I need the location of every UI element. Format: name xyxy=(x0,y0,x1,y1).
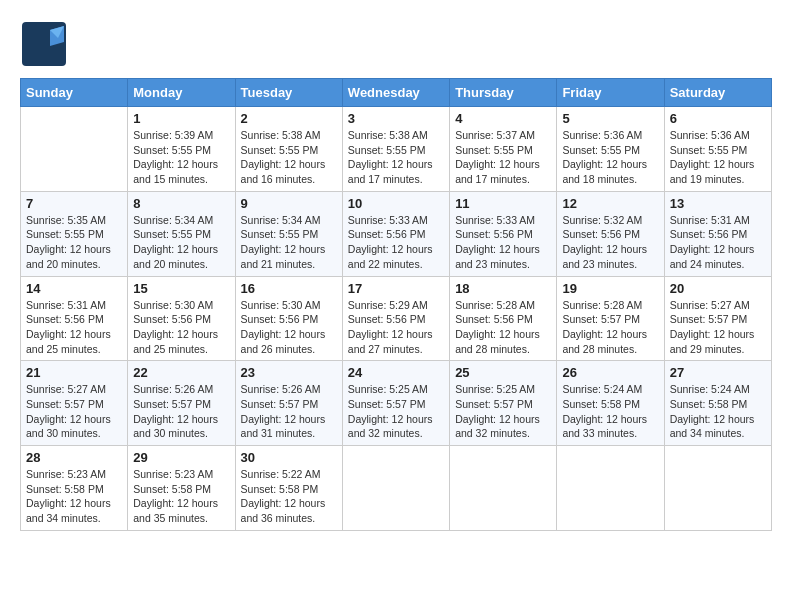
day-detail: Sunrise: 5:22 AM Sunset: 5:58 PM Dayligh… xyxy=(241,467,337,526)
day-number: 7 xyxy=(26,196,122,211)
day-detail: Sunrise: 5:26 AM Sunset: 5:57 PM Dayligh… xyxy=(241,382,337,441)
calendar-cell: 6Sunrise: 5:36 AM Sunset: 5:55 PM Daylig… xyxy=(664,107,771,192)
day-number: 30 xyxy=(241,450,337,465)
day-number: 6 xyxy=(670,111,766,126)
day-number: 15 xyxy=(133,281,229,296)
calendar-week-3: 14Sunrise: 5:31 AM Sunset: 5:56 PM Dayli… xyxy=(21,276,772,361)
calendar-cell: 24Sunrise: 5:25 AM Sunset: 5:57 PM Dayli… xyxy=(342,361,449,446)
day-number: 18 xyxy=(455,281,551,296)
day-number: 2 xyxy=(241,111,337,126)
day-number: 26 xyxy=(562,365,658,380)
calendar-cell xyxy=(21,107,128,192)
calendar-cell xyxy=(450,446,557,531)
day-detail: Sunrise: 5:38 AM Sunset: 5:55 PM Dayligh… xyxy=(348,128,444,187)
day-detail: Sunrise: 5:31 AM Sunset: 5:56 PM Dayligh… xyxy=(26,298,122,357)
day-number: 13 xyxy=(670,196,766,211)
day-number: 22 xyxy=(133,365,229,380)
day-number: 23 xyxy=(241,365,337,380)
calendar-cell: 9Sunrise: 5:34 AM Sunset: 5:55 PM Daylig… xyxy=(235,191,342,276)
day-number: 14 xyxy=(26,281,122,296)
calendar-cell: 29Sunrise: 5:23 AM Sunset: 5:58 PM Dayli… xyxy=(128,446,235,531)
day-detail: Sunrise: 5:28 AM Sunset: 5:57 PM Dayligh… xyxy=(562,298,658,357)
calendar-cell: 19Sunrise: 5:28 AM Sunset: 5:57 PM Dayli… xyxy=(557,276,664,361)
logo-icon xyxy=(20,20,68,68)
calendar-cell: 16Sunrise: 5:30 AM Sunset: 5:56 PM Dayli… xyxy=(235,276,342,361)
day-detail: Sunrise: 5:37 AM Sunset: 5:55 PM Dayligh… xyxy=(455,128,551,187)
calendar-cell: 13Sunrise: 5:31 AM Sunset: 5:56 PM Dayli… xyxy=(664,191,771,276)
day-number: 1 xyxy=(133,111,229,126)
day-detail: Sunrise: 5:36 AM Sunset: 5:55 PM Dayligh… xyxy=(562,128,658,187)
day-detail: Sunrise: 5:23 AM Sunset: 5:58 PM Dayligh… xyxy=(26,467,122,526)
page-header xyxy=(20,20,772,68)
calendar-cell: 26Sunrise: 5:24 AM Sunset: 5:58 PM Dayli… xyxy=(557,361,664,446)
day-detail: Sunrise: 5:23 AM Sunset: 5:58 PM Dayligh… xyxy=(133,467,229,526)
calendar-cell: 7Sunrise: 5:35 AM Sunset: 5:55 PM Daylig… xyxy=(21,191,128,276)
day-number: 24 xyxy=(348,365,444,380)
day-number: 3 xyxy=(348,111,444,126)
calendar-cell: 5Sunrise: 5:36 AM Sunset: 5:55 PM Daylig… xyxy=(557,107,664,192)
col-header-saturday: Saturday xyxy=(664,79,771,107)
day-number: 27 xyxy=(670,365,766,380)
calendar-cell: 8Sunrise: 5:34 AM Sunset: 5:55 PM Daylig… xyxy=(128,191,235,276)
day-detail: Sunrise: 5:31 AM Sunset: 5:56 PM Dayligh… xyxy=(670,213,766,272)
col-header-sunday: Sunday xyxy=(21,79,128,107)
day-number: 17 xyxy=(348,281,444,296)
day-detail: Sunrise: 5:33 AM Sunset: 5:56 PM Dayligh… xyxy=(455,213,551,272)
day-detail: Sunrise: 5:24 AM Sunset: 5:58 PM Dayligh… xyxy=(670,382,766,441)
day-number: 28 xyxy=(26,450,122,465)
day-detail: Sunrise: 5:30 AM Sunset: 5:56 PM Dayligh… xyxy=(133,298,229,357)
day-number: 4 xyxy=(455,111,551,126)
col-header-tuesday: Tuesday xyxy=(235,79,342,107)
calendar-week-2: 7Sunrise: 5:35 AM Sunset: 5:55 PM Daylig… xyxy=(21,191,772,276)
calendar-cell: 14Sunrise: 5:31 AM Sunset: 5:56 PM Dayli… xyxy=(21,276,128,361)
calendar-cell: 20Sunrise: 5:27 AM Sunset: 5:57 PM Dayli… xyxy=(664,276,771,361)
day-number: 20 xyxy=(670,281,766,296)
day-number: 5 xyxy=(562,111,658,126)
day-detail: Sunrise: 5:28 AM Sunset: 5:56 PM Dayligh… xyxy=(455,298,551,357)
calendar-cell: 23Sunrise: 5:26 AM Sunset: 5:57 PM Dayli… xyxy=(235,361,342,446)
calendar-cell: 12Sunrise: 5:32 AM Sunset: 5:56 PM Dayli… xyxy=(557,191,664,276)
day-detail: Sunrise: 5:34 AM Sunset: 5:55 PM Dayligh… xyxy=(133,213,229,272)
day-detail: Sunrise: 5:34 AM Sunset: 5:55 PM Dayligh… xyxy=(241,213,337,272)
day-number: 12 xyxy=(562,196,658,211)
day-number: 9 xyxy=(241,196,337,211)
logo xyxy=(20,20,72,68)
calendar-cell: 3Sunrise: 5:38 AM Sunset: 5:55 PM Daylig… xyxy=(342,107,449,192)
calendar-cell: 18Sunrise: 5:28 AM Sunset: 5:56 PM Dayli… xyxy=(450,276,557,361)
day-detail: Sunrise: 5:38 AM Sunset: 5:55 PM Dayligh… xyxy=(241,128,337,187)
day-detail: Sunrise: 5:36 AM Sunset: 5:55 PM Dayligh… xyxy=(670,128,766,187)
calendar-cell: 25Sunrise: 5:25 AM Sunset: 5:57 PM Dayli… xyxy=(450,361,557,446)
day-detail: Sunrise: 5:39 AM Sunset: 5:55 PM Dayligh… xyxy=(133,128,229,187)
day-detail: Sunrise: 5:29 AM Sunset: 5:56 PM Dayligh… xyxy=(348,298,444,357)
calendar-cell: 4Sunrise: 5:37 AM Sunset: 5:55 PM Daylig… xyxy=(450,107,557,192)
day-detail: Sunrise: 5:27 AM Sunset: 5:57 PM Dayligh… xyxy=(670,298,766,357)
calendar-cell xyxy=(557,446,664,531)
calendar-cell xyxy=(664,446,771,531)
day-detail: Sunrise: 5:33 AM Sunset: 5:56 PM Dayligh… xyxy=(348,213,444,272)
day-number: 16 xyxy=(241,281,337,296)
day-number: 8 xyxy=(133,196,229,211)
day-detail: Sunrise: 5:35 AM Sunset: 5:55 PM Dayligh… xyxy=(26,213,122,272)
day-detail: Sunrise: 5:24 AM Sunset: 5:58 PM Dayligh… xyxy=(562,382,658,441)
day-number: 21 xyxy=(26,365,122,380)
calendar-cell: 10Sunrise: 5:33 AM Sunset: 5:56 PM Dayli… xyxy=(342,191,449,276)
col-header-wednesday: Wednesday xyxy=(342,79,449,107)
day-detail: Sunrise: 5:27 AM Sunset: 5:57 PM Dayligh… xyxy=(26,382,122,441)
day-detail: Sunrise: 5:25 AM Sunset: 5:57 PM Dayligh… xyxy=(348,382,444,441)
calendar-header-row: SundayMondayTuesdayWednesdayThursdayFrid… xyxy=(21,79,772,107)
col-header-monday: Monday xyxy=(128,79,235,107)
calendar-cell: 27Sunrise: 5:24 AM Sunset: 5:58 PM Dayli… xyxy=(664,361,771,446)
day-detail: Sunrise: 5:25 AM Sunset: 5:57 PM Dayligh… xyxy=(455,382,551,441)
day-number: 19 xyxy=(562,281,658,296)
day-number: 29 xyxy=(133,450,229,465)
day-detail: Sunrise: 5:30 AM Sunset: 5:56 PM Dayligh… xyxy=(241,298,337,357)
calendar-cell: 15Sunrise: 5:30 AM Sunset: 5:56 PM Dayli… xyxy=(128,276,235,361)
calendar-week-5: 28Sunrise: 5:23 AM Sunset: 5:58 PM Dayli… xyxy=(21,446,772,531)
day-number: 10 xyxy=(348,196,444,211)
day-number: 11 xyxy=(455,196,551,211)
calendar-cell xyxy=(342,446,449,531)
calendar-week-1: 1Sunrise: 5:39 AM Sunset: 5:55 PM Daylig… xyxy=(21,107,772,192)
day-number: 25 xyxy=(455,365,551,380)
calendar-week-4: 21Sunrise: 5:27 AM Sunset: 5:57 PM Dayli… xyxy=(21,361,772,446)
col-header-friday: Friday xyxy=(557,79,664,107)
